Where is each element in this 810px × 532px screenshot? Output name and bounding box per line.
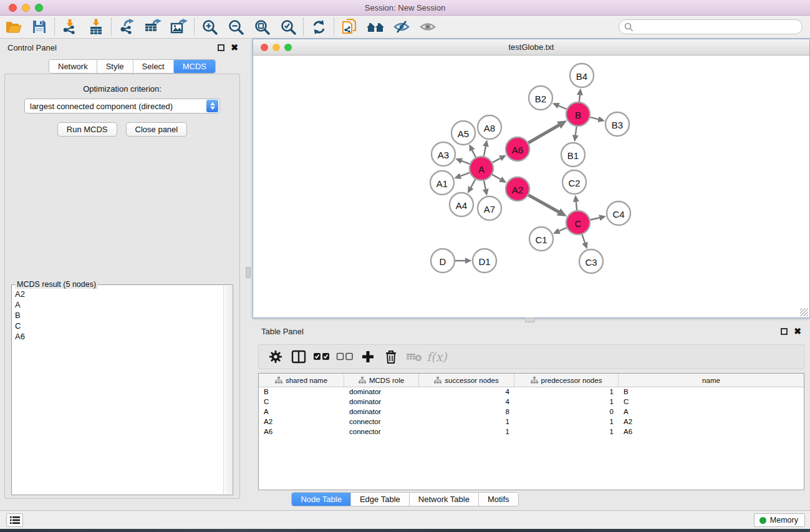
new-network-from-selection-icon[interactable] xyxy=(336,17,362,37)
table-cell[interactable]: 1 xyxy=(514,427,619,437)
graph-node-B4[interactable]: B4 xyxy=(570,64,594,87)
table-cell[interactable]: 1 xyxy=(419,427,514,437)
export-network-icon[interactable] xyxy=(113,17,140,37)
float-table-panel-icon[interactable] xyxy=(781,328,788,335)
graph-edge-C-C1[interactable] xyxy=(559,228,566,231)
graph-edge-C-C3[interactable] xyxy=(582,235,585,243)
graph-edge-B-B1[interactable] xyxy=(576,127,577,135)
frame-resize-grip[interactable] xyxy=(800,308,808,316)
graph-node-B3[interactable]: B3 xyxy=(605,112,629,136)
graph-node-B[interactable]: B xyxy=(566,102,590,126)
gear-icon[interactable] xyxy=(264,347,287,367)
refresh-icon[interactable] xyxy=(306,17,332,37)
tab-network[interactable]: Network xyxy=(49,60,97,73)
delete-table-icon[interactable] xyxy=(402,347,425,367)
horizontal-splitter-handle[interactable] xyxy=(525,317,535,322)
table-cell[interactable]: A2 xyxy=(619,417,804,427)
close-table-panel-icon[interactable]: ✖ xyxy=(794,328,801,335)
frame-zoom-button[interactable] xyxy=(284,44,292,51)
column-header-shared-name[interactable]: shared name xyxy=(259,374,344,387)
column-header-predecessor-nodes[interactable]: predecessor nodes xyxy=(514,374,619,387)
search-field[interactable] xyxy=(619,19,803,34)
graph-edge-C-C2[interactable] xyxy=(576,201,577,210)
tab-mcds[interactable]: MCDS xyxy=(174,60,215,73)
table-cell[interactable]: C xyxy=(259,397,344,407)
float-panel-icon[interactable] xyxy=(218,44,224,51)
column-header-successor-nodes[interactable]: successor nodes xyxy=(419,374,514,387)
graph-edge-A-A2[interactable] xyxy=(492,175,501,180)
delete-icon[interactable] xyxy=(379,347,402,367)
table-cell[interactable]: B xyxy=(619,387,804,397)
function-builder-icon[interactable]: f(x) xyxy=(425,347,448,367)
graph-node-C4[interactable]: C4 xyxy=(607,201,630,225)
close-panel-icon[interactable]: ✖ xyxy=(231,44,238,51)
vertical-splitter-handle[interactable] xyxy=(246,267,251,278)
zoom-selected-icon[interactable] xyxy=(275,17,301,37)
result-scrollbar[interactable] xyxy=(223,286,232,494)
graph-node-A1[interactable]: A1 xyxy=(430,171,454,195)
graph-node-A7[interactable]: A7 xyxy=(478,196,501,220)
search-input[interactable] xyxy=(636,21,802,33)
table-cell[interactable]: 0 xyxy=(514,407,619,417)
table-cell[interactable]: dominator xyxy=(344,387,419,397)
close-window-button[interactable] xyxy=(9,4,17,12)
open-file-icon[interactable] xyxy=(0,17,26,37)
mcds-result-item[interactable]: A2 xyxy=(12,289,223,299)
graph-node-C2[interactable]: C2 xyxy=(562,170,586,194)
table-row[interactable]: Adominator80A xyxy=(259,407,804,417)
graph-node-A[interactable]: A xyxy=(470,157,493,180)
graph-node-A2[interactable]: A2 xyxy=(506,177,529,201)
column-header-name[interactable]: name xyxy=(619,374,804,387)
zoom-in-icon[interactable] xyxy=(196,17,223,37)
table-cell[interactable]: connector xyxy=(344,427,419,437)
graph-edge-A-A7[interactable] xyxy=(484,181,486,190)
table-cell[interactable]: connector xyxy=(344,417,419,427)
split-columns-icon[interactable] xyxy=(287,347,310,367)
graph-edge-B-B3[interactable] xyxy=(590,117,599,120)
table-cell[interactable]: A2 xyxy=(259,417,344,427)
run-mcds-button[interactable]: Run MCDS xyxy=(57,122,117,137)
mcds-result-item[interactable]: B xyxy=(12,310,223,321)
hide-graphics-icon[interactable] xyxy=(388,17,415,37)
graph-node-B2[interactable]: B2 xyxy=(529,86,552,110)
network-frame-titlebar[interactable]: testGlobe.txt xyxy=(253,39,809,56)
table-cell[interactable]: A xyxy=(619,407,804,417)
graph-edge-A6-B[interactable] xyxy=(528,125,559,143)
tab-network-table[interactable]: Network Table xyxy=(410,493,479,506)
select-all-columns-icon[interactable] xyxy=(310,347,333,367)
show-graphics-icon[interactable] xyxy=(415,17,441,37)
graph-edge-A-A8[interactable] xyxy=(484,146,486,156)
table-cell[interactable]: C xyxy=(619,397,804,407)
task-history-button[interactable] xyxy=(6,513,23,527)
table-cell[interactable]: 1 xyxy=(419,417,514,427)
export-table-icon[interactable] xyxy=(140,17,166,37)
graph-node-A3[interactable]: A3 xyxy=(432,142,455,166)
mcds-result-item[interactable]: C xyxy=(12,321,223,331)
network-canvas[interactable]: B4B2BB3A8A5A6A3B1AC2A1A2A4A7C4CC1C3DD1 xyxy=(253,56,809,317)
mcds-result-item[interactable]: A6 xyxy=(12,331,223,342)
graph-node-D1[interactable]: D1 xyxy=(473,249,496,273)
table-row[interactable]: A2connector11A2 xyxy=(259,417,804,427)
tab-node-table[interactable]: Node Table xyxy=(292,493,351,506)
zoom-out-icon[interactable] xyxy=(223,17,249,37)
table-cell[interactable]: 8 xyxy=(419,407,514,417)
import-network-icon[interactable] xyxy=(57,17,83,37)
table-row[interactable]: A6connector11A6 xyxy=(259,427,804,437)
cybrowser-home-icon[interactable] xyxy=(362,17,388,37)
graph-node-A6[interactable]: A6 xyxy=(506,137,529,161)
graph-edge-A-A4[interactable] xyxy=(471,180,475,188)
table-cell[interactable]: A6 xyxy=(259,427,344,437)
tab-edge-table[interactable]: Edge Table xyxy=(351,493,410,506)
table-row[interactable]: Cdominator41C xyxy=(259,397,804,407)
tab-select[interactable]: Select xyxy=(133,60,174,73)
graph-node-A5[interactable]: A5 xyxy=(451,121,475,145)
minimize-window-button[interactable] xyxy=(22,4,30,12)
graph-edge-A-A6[interactable] xyxy=(493,158,501,163)
table-cell[interactable]: 1 xyxy=(514,397,619,407)
table-cell[interactable]: B xyxy=(259,387,344,397)
frame-close-button[interactable] xyxy=(261,44,268,51)
add-icon[interactable] xyxy=(356,347,379,367)
table-cell[interactable]: A6 xyxy=(619,427,804,437)
graph-edge-A-A1[interactable] xyxy=(460,173,470,177)
mcds-result-item[interactable]: A xyxy=(12,299,223,310)
